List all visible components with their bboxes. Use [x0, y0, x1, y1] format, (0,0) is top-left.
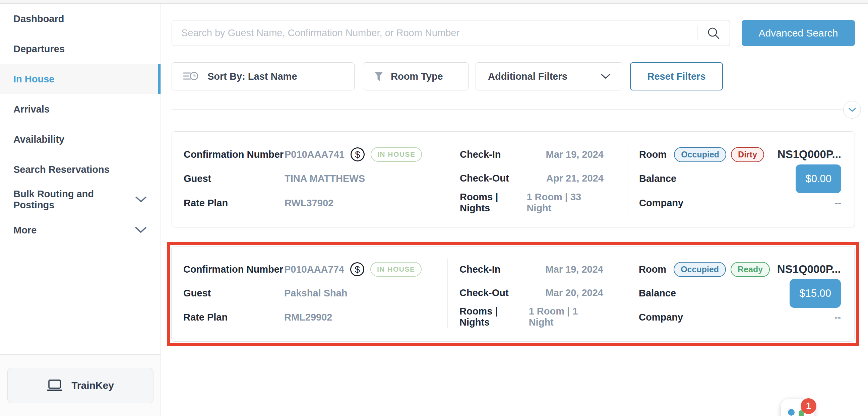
svg-text:$: $	[354, 264, 360, 275]
notification-badge: 1	[801, 398, 816, 414]
sidebar-item-dashboard[interactable]: Dashboard	[0, 4, 160, 34]
search-bar	[172, 20, 730, 46]
check-out-label: Check-Out	[460, 173, 509, 184]
rate-plan-label: Rate Plan	[184, 198, 284, 209]
reservation-card[interactable]: Confirmation Number P010AAA741 $ IN HOUS…	[172, 131, 855, 227]
sidebar-item-departures[interactable]: Departures	[0, 34, 160, 64]
in-house-status-badge: IN HOUSE	[370, 262, 422, 277]
check-out-value: Apr 21, 2024	[546, 173, 603, 184]
room-type-label: Room Type	[391, 71, 443, 82]
housekeeping-status-badge: Dirty	[731, 147, 764, 162]
guest-name-value: Pakshal Shah	[284, 288, 347, 299]
check-in-label: Check-In	[460, 149, 501, 160]
sidebar-item-label: Search Reservations	[13, 164, 110, 175]
sidebar-item-in-house[interactable]: In House	[0, 64, 160, 94]
company-value: --	[835, 312, 841, 323]
room-type-filter-button[interactable]: Room Type	[363, 62, 468, 90]
rooms-nights-value: 1 Room | 1 Night	[529, 306, 603, 328]
additional-filters-button[interactable]: Additional Filters	[475, 62, 623, 90]
guest-name-value: TINA MATTHEWS	[284, 173, 365, 184]
reset-filters-label: Reset Filters	[647, 71, 706, 82]
collapse-toggle-button[interactable]	[843, 101, 861, 119]
rooms-nights-label: Rooms | Nights	[460, 306, 529, 328]
sort-by-time-icon	[183, 71, 199, 82]
sidebar-item-label: Bulk Routing and Postings	[13, 189, 135, 211]
search-input[interactable]	[172, 28, 697, 38]
sidebar-item-arrivals[interactable]: Arrivals	[0, 94, 160, 124]
room-label: Room	[639, 149, 666, 160]
chevron-down-icon	[135, 196, 147, 203]
check-in-value: Mar 19, 2024	[545, 264, 603, 275]
rate-plan-label: Rate Plan	[183, 312, 284, 323]
chevron-down-icon	[135, 227, 147, 233]
trainkey-label: TrainKey	[71, 380, 114, 391]
card-dates-column: Check-In Mar 19, 2024 Check-Out Apr 21, …	[448, 144, 628, 214]
confirmation-number-value: P010AAA774	[284, 264, 344, 275]
confirmation-number-value: P010AAA741	[284, 149, 344, 160]
highlight-border: Confirmation Number P010AAA774 $ IN HOUS…	[167, 242, 859, 346]
balance-label: Balance	[639, 288, 676, 299]
room-label: Room	[639, 264, 666, 275]
sidebar-item-label: In House	[13, 74, 54, 85]
check-in-value: Mar 19, 2024	[546, 149, 603, 160]
window-top-strip	[0, 0, 868, 4]
sidebar-item-availability[interactable]: Availability	[0, 124, 160, 154]
sidebar-item-more[interactable]: More	[0, 215, 160, 245]
chevron-down-icon	[600, 73, 611, 79]
guest-label: Guest	[183, 288, 284, 299]
check-out-label: Check-Out	[460, 287, 509, 298]
check-in-label: Check-In	[460, 264, 500, 275]
card-room-column: Room Occupied Ready NS1Q000P... Balance …	[628, 259, 854, 328]
laptop-icon	[46, 379, 63, 392]
list-divider	[172, 109, 843, 110]
sort-by-button[interactable]: Sort By: Last Name	[172, 62, 354, 90]
balance-button[interactable]: $15.00	[789, 279, 841, 308]
rate-plan-value: RWL37902	[284, 198, 334, 209]
card-guest-column: Confirmation Number P010AAA774 $ IN HOUS…	[172, 259, 447, 328]
rooms-nights-value: 1 Room | 33 Night	[527, 192, 603, 214]
sidebar-item-bulk-routing[interactable]: Bulk Routing and Postings	[0, 185, 160, 215]
card-guest-column: Confirmation Number P010AAA741 $ IN HOUS…	[172, 144, 448, 214]
sidebar-item-search-reservations[interactable]: Search Reservations	[0, 154, 160, 185]
room-status-badge: Occupied	[674, 262, 726, 277]
balance-button[interactable]: $0.00	[796, 164, 841, 193]
additional-filters-label: Additional Filters	[488, 71, 567, 82]
company-label: Company	[639, 198, 683, 209]
card-room-column: Room Occupied Dirty NS1Q000P... Balance …	[628, 144, 855, 214]
room-number-value: NS1Q000P...	[777, 263, 841, 276]
sidebar: Dashboard Departures In House Arrivals A…	[0, 4, 161, 416]
balance-label: Balance	[639, 173, 676, 184]
reset-filters-button[interactable]: Reset Filters	[630, 62, 723, 90]
dollar-circle-icon[interactable]: $	[349, 262, 365, 277]
main-content: Advanced Search Sort By: Last Name Room …	[161, 4, 868, 416]
advanced-search-button[interactable]: Advanced Search	[742, 20, 855, 46]
svg-text:$: $	[355, 149, 360, 160]
check-out-value: Mar 20, 2024	[545, 287, 603, 298]
sidebar-item-label: Arrivals	[13, 104, 50, 115]
room-status-badge: Occupied	[674, 147, 726, 162]
sidebar-item-label: Availability	[13, 134, 64, 145]
dollar-circle-icon[interactable]: $	[350, 147, 365, 162]
sidebar-footer: TrainKey	[0, 354, 160, 416]
confirmation-number-label: Confirmation Number	[184, 149, 284, 160]
rate-plan-value: RML29902	[284, 312, 332, 323]
sidebar-item-label: Dashboard	[13, 13, 64, 25]
reservation-card[interactable]: Confirmation Number P010AAA774 $ IN HOUS…	[171, 246, 855, 342]
company-value: --	[835, 198, 841, 209]
chevron-down-icon	[848, 107, 856, 112]
sidebar-item-label: Departures	[13, 43, 65, 55]
confirmation-number-label: Confirmation Number	[183, 264, 284, 275]
guest-label: Guest	[184, 173, 284, 184]
sidebar-item-label: More	[13, 225, 36, 236]
sort-by-label: Sort By: Last Name	[208, 71, 297, 82]
trainkey-button[interactable]: TrainKey	[7, 368, 154, 403]
search-divider	[697, 26, 698, 40]
housekeeping-status-badge: Ready	[731, 262, 770, 277]
search-icon[interactable]	[707, 27, 720, 40]
room-number-value: NS1Q000P...	[777, 148, 841, 161]
rooms-nights-label: Rooms | Nights	[460, 192, 527, 214]
company-label: Company	[639, 312, 683, 323]
funnel-icon	[374, 71, 383, 82]
card-dates-column: Check-In Mar 19, 2024 Check-Out Mar 20, …	[447, 259, 628, 328]
in-house-status-badge: IN HOUSE	[371, 147, 422, 162]
